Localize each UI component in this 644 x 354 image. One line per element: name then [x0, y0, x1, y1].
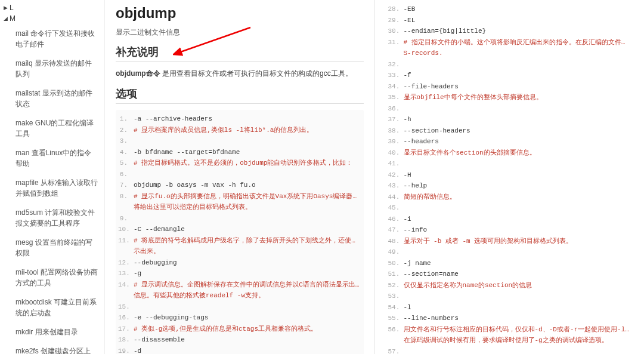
supplement-text: objdump命令 是用查看目标文件或者可执行的目标文件的构成的gcc工具。 — [116, 68, 364, 79]
supplement-heading: 补充说明 — [116, 45, 364, 62]
options-code-block: 1.-a --archive-headers2.# 显示档案库的成员信息,类似l… — [116, 110, 364, 354]
code-line: 10.-C --demangle — [118, 224, 361, 235]
code-line: 37.-h — [388, 114, 631, 125]
code-line: 33.-f — [388, 70, 631, 81]
code-line: 16.-e --debugging-tags — [118, 312, 361, 324]
sidebar-item[interactable]: mesg 设置当前终端的写权限 — [14, 233, 100, 263]
code-line: 6. — [118, 169, 361, 180]
code-line: 19.-d — [118, 346, 361, 354]
sidebar-nav: ▶ L ◢ M mail 命令行下发送和接收电子邮件mailq 显示待发送的邮件… — [0, 0, 105, 354]
code-line: 52.仅仅显示指定名称为name的section的信息 — [388, 280, 631, 291]
code-line: 将给出这里可以指定的目标码格式列表。 — [118, 202, 361, 213]
sidebar-item[interactable]: md5sum 计算和校验文件报文摘要的工具程序 — [14, 203, 100, 233]
sidebar-item[interactable]: mailq 显示待发送的邮件队列 — [14, 54, 100, 84]
code-line: 17.# 类似-g选项,但是生成的信息是和ctags工具相兼容的格式。 — [118, 324, 361, 335]
code-line: 7.objdump -b oasys -m vax -h fu.o — [118, 180, 361, 191]
code-line: 1.-a --archive-headers — [118, 113, 361, 125]
code-line: 示出来。 — [118, 246, 361, 257]
chevron-right-icon: ▶ — [2, 5, 8, 11]
article-left: objdump 显示二进制文件信息 补充说明 objdump命令 是用查看目标文… — [105, 0, 375, 354]
code-line: 38.--section-headers — [388, 125, 631, 137]
code-line: 45. — [388, 202, 631, 214]
sidebar-item[interactable]: mii-tool 配置网络设备协商方式的工具 — [14, 263, 100, 293]
category-M[interactable]: ◢ M — [0, 13, 100, 24]
sidebar-item[interactable]: make GNU的工程化编译工具 — [14, 113, 100, 143]
code-line: 5.# 指定目标码格式。这不是必须的，objdump能自动识别许多格式，比如： — [118, 158, 361, 169]
code-line: 30.--endian={big|little} — [388, 26, 631, 37]
code-line: 51.--section=name — [388, 269, 631, 280]
code-line: 44.简短的帮助信息。 — [388, 192, 631, 203]
code-line: 9. — [118, 213, 361, 224]
sidebar-item[interactable]: mail 命令行下发送和接收电子邮件 — [14, 24, 100, 54]
code-line: 36. — [388, 103, 631, 115]
category-label: M — [10, 14, 16, 23]
code-line: 29.-EL — [388, 15, 631, 26]
code-line: 53. — [388, 291, 631, 302]
sidebar-item[interactable]: mke2fs 创建磁盘分区上的"etc2/etc3"文件系统 — [14, 341, 100, 354]
code-line: 3. — [118, 136, 361, 147]
code-line: S-records. — [388, 48, 631, 59]
sidebar-item[interactable]: mkdir 用来创建目录 — [14, 322, 100, 341]
article-right: 28.-EB29.-EL30.--endian={big|little}31.#… — [375, 0, 645, 354]
code-line: 28.-EB — [388, 4, 631, 15]
code-line: 49. — [388, 247, 631, 258]
sidebar-item[interactable]: mailstat 显示到达的邮件状态 — [14, 84, 100, 113]
sidebar-item[interactable]: mapfile 从标准输入读取行并赋值到数组 — [14, 173, 100, 203]
code-line: 4.-b bfdname --target=bfdname — [118, 147, 361, 158]
code-line: 47.--info — [388, 224, 631, 236]
code-line: 信息。有些其他的格式被readelf -w支持。 — [118, 290, 361, 301]
code-line: 32. — [388, 59, 631, 70]
page-title: objdump — [116, 5, 364, 21]
cmd-bold: objdump命令 — [116, 69, 162, 78]
code-line: 8.# 显示fu.o的头部摘要信息，明确指出该文件是Vax系统下用Oasys编译… — [118, 191, 361, 202]
code-line: 43.--help — [388, 180, 631, 192]
category-label: L — [10, 4, 14, 12]
code-line: 50.-j name — [388, 258, 631, 269]
category-L[interactable]: ▶ L — [0, 2, 100, 13]
chevron-down-icon: ◢ — [2, 16, 8, 21]
code-line: 56.用文件名和行号标注相应的目标代码，仅仅和-d、-D或者-r一起使用使用-l… — [388, 324, 631, 335]
page-subtitle: 显示二进制文件信息 — [116, 27, 364, 38]
code-line: 41. — [388, 158, 631, 170]
code-line: 34.--file-headers — [388, 81, 631, 93]
code-line: 31.# 指定目标文件的小端。这个项将影响反汇编出来的指令。在反汇编的文件没描述… — [388, 37, 631, 48]
code-line: 55.--line-numbers — [388, 313, 631, 324]
code-line: 12.--debugging — [118, 257, 361, 269]
code-line: 46.-i — [388, 214, 631, 225]
code-line: 18.--disassemble — [118, 334, 361, 346]
code-line: 在源码级调试的时候有用，要求编译时使用了-g之类的调试编译选项。 — [388, 335, 631, 346]
code-line: 11.# 将底层的符号名解码成用户级名字，除了去掉所开头的下划线之外，还使得C+… — [118, 235, 361, 247]
options-heading: 选项 — [116, 87, 364, 104]
sidebar-item[interactable]: man 查看Linux中的指令帮助 — [14, 143, 100, 173]
sidebar-item[interactable]: mkbootdisk 可建立目前系统的启动盘 — [14, 293, 100, 322]
options-code-block-cont: 28.-EB29.-EL30.--endian={big|little}31.#… — [386, 0, 634, 354]
code-line: 35.显示objfile中每个文件的整体头部摘要信息。 — [388, 92, 631, 103]
code-line: 13.-g — [118, 268, 361, 279]
code-line: 40.显示目标文件各个section的头部摘要信息。 — [388, 147, 631, 159]
code-line: 57. — [388, 346, 631, 355]
code-line: 54.-l — [388, 302, 631, 313]
code-line: 2.# 显示档案库的成员信息,类似ls -l将lib*.a的信息列出。 — [118, 125, 361, 136]
code-line: 14.# 显示调试信息。企图解析保存在文件中的调试信息并以C语言的语法显示出来。… — [118, 279, 361, 291]
code-line: 15. — [118, 301, 361, 313]
code-line: 42.-H — [388, 170, 631, 181]
code-line: 48.显示对于 -b 或者 -m 选项可用的架构和目标格式列表。 — [388, 236, 631, 247]
code-line: 39.--headers — [388, 136, 631, 147]
